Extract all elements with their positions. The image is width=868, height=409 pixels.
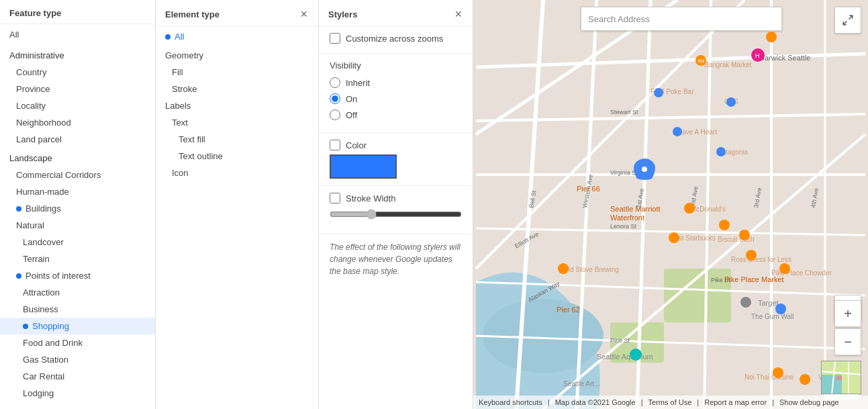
feature-item-buildings[interactable]: Buildings xyxy=(0,200,155,217)
element-item-all[interactable]: All xyxy=(156,26,318,47)
svg-text:Bangrak Market: Bangrak Market xyxy=(704,61,752,69)
inherit-radio[interactable] xyxy=(330,77,340,88)
off-label: Off xyxy=(346,110,357,120)
feature-item-gas-station[interactable]: Gas Station xyxy=(0,351,155,368)
feature-item-neighborhood[interactable]: Neighborhood xyxy=(0,114,155,131)
feature-type-panel: Feature type AllAdministrativeCountryPro… xyxy=(0,0,156,409)
feature-item-locality[interactable]: Locality xyxy=(0,97,155,114)
element-type-panel: Element type × AllGeometryFillStrokeLabe… xyxy=(156,0,319,409)
svg-point-76 xyxy=(773,367,783,378)
debug-page-link[interactable]: Show debug page xyxy=(779,398,839,406)
on-label: On xyxy=(346,94,357,104)
feature-item-lodging[interactable]: Lodging xyxy=(0,385,155,402)
map-data-link[interactable]: Map data ©2021 Google xyxy=(555,398,636,406)
element-item-stroke[interactable]: Stroke xyxy=(156,81,318,97)
svg-text:Lenora St: Lenora St xyxy=(610,223,637,230)
element-item-geometry-header[interactable]: Geometry xyxy=(156,47,318,64)
fullscreen-button[interactable] xyxy=(834,7,861,34)
element-item-fill[interactable]: Fill xyxy=(156,64,318,81)
element-item-icon[interactable]: Icon xyxy=(156,165,318,181)
off-radio[interactable] xyxy=(330,109,340,120)
svg-point-73 xyxy=(775,304,786,314)
feature-item-terrain[interactable]: Terrain xyxy=(0,251,155,267)
feature-item-country[interactable]: Country xyxy=(0,64,155,81)
element-item-text-outline[interactable]: Text outline xyxy=(156,148,318,165)
feature-item-label-human-made: Human-made xyxy=(16,187,69,197)
svg-point-63 xyxy=(716,147,726,156)
feature-item-administrative[interactable]: Administrative xyxy=(0,45,155,64)
svg-point-61 xyxy=(726,97,736,107)
element-item-labels-header[interactable]: Labels xyxy=(156,97,318,114)
element-panel-close-button[interactable]: × xyxy=(299,8,309,20)
svg-text:Old Stove Brewing: Old Stove Brewing xyxy=(563,266,619,273)
zoom-in-button[interactable]: + xyxy=(834,300,861,327)
map-zoom-controls: + − xyxy=(834,300,861,355)
element-items-list: AllGeometryFillStrokeLabelsTextText fill… xyxy=(156,26,318,181)
feature-item-label-locality: Locality xyxy=(16,101,46,111)
svg-point-72 xyxy=(779,263,790,274)
color-checkbox-row: Color xyxy=(330,140,462,150)
map-thumbnail[interactable] xyxy=(821,361,861,394)
selected-dot-shopping xyxy=(23,324,28,329)
footer-separator-2: | xyxy=(641,398,643,406)
keyboard-shortcuts-link[interactable]: Keyboard shortcuts xyxy=(479,398,542,406)
feature-item-points-of-interest[interactable]: Points of interest xyxy=(0,267,155,284)
feature-panel-title: Feature type xyxy=(0,0,155,24)
terms-of-use-link[interactable]: Terms of Use xyxy=(648,398,692,406)
svg-point-62 xyxy=(673,127,682,136)
svg-point-67 xyxy=(719,220,730,230)
feature-item-natural[interactable]: Natural xyxy=(0,217,155,234)
color-checkbox[interactable] xyxy=(330,140,340,150)
feature-item-label-shopping: Shopping xyxy=(32,321,69,331)
feature-item-label-neighborhood: Neighborhood xyxy=(16,118,71,128)
color-label: Color xyxy=(346,140,367,150)
stylers-panel: Stylers × Customize across zooms Visibil… xyxy=(319,0,473,409)
customize-zooms-checkbox[interactable] xyxy=(330,33,340,44)
map-svg: Bell St Western Ave 1st Ave 2nd Ave 3rd … xyxy=(473,0,868,409)
stroke-width-checkbox[interactable] xyxy=(330,193,340,203)
element-dot-all xyxy=(165,34,171,40)
feature-item-car-rental[interactable]: Car Rental xyxy=(0,368,155,385)
element-item-label-labels-header: Labels xyxy=(165,101,191,111)
element-item-text-fill[interactable]: Text fill xyxy=(156,131,318,148)
stroke-width-label: Stroke Width xyxy=(346,193,395,203)
svg-text:Virginia St: Virginia St xyxy=(610,169,638,176)
on-radio[interactable] xyxy=(330,93,340,104)
feature-item-label-gas-station: Gas Station xyxy=(23,355,68,365)
svg-text:Warwick Seattle: Warwick Seattle xyxy=(758,54,810,62)
feature-item-human-made[interactable]: Human-made xyxy=(0,183,155,200)
feature-item-shopping[interactable]: Shopping xyxy=(0,318,155,334)
element-item-text[interactable]: Text xyxy=(156,114,318,131)
feature-item-province[interactable]: Province xyxy=(0,81,155,97)
footer-separator-1: | xyxy=(548,398,550,406)
feature-item-all[interactable]: All xyxy=(0,24,155,45)
bullet-dot-buildings xyxy=(16,206,21,212)
map-area[interactable]: Bell St Western Ave 1st Ave 2nd Ave 3rd … xyxy=(473,0,868,409)
svg-point-68 xyxy=(669,232,679,243)
map-background: Bell St Western Ave 1st Ave 2nd Ave 3rd … xyxy=(473,0,868,409)
stroke-width-slider[interactable] xyxy=(330,209,462,220)
feature-item-landcover[interactable]: Landcover xyxy=(0,234,155,251)
stroke-width-slider-container xyxy=(330,206,462,227)
feature-item-landscape[interactable]: Landscape xyxy=(0,148,155,167)
customize-zooms-label: Customize across zooms xyxy=(346,34,443,44)
stylers-note: The effect of the following stylers will… xyxy=(330,241,462,277)
stylers-panel-close-button[interactable]: × xyxy=(453,8,463,20)
stroke-width-checkbox-row: Stroke Width xyxy=(330,193,462,203)
report-map-error-link[interactable]: Report a map error xyxy=(704,398,767,406)
feature-item-business[interactable]: Business xyxy=(0,301,155,318)
on-radio-row: On xyxy=(330,93,462,104)
feature-item-label-business: Business xyxy=(23,304,58,314)
feature-item-commercial-corridors[interactable]: Commercial Corridors xyxy=(0,167,155,183)
zoom-out-button[interactable]: − xyxy=(834,328,861,355)
feature-item-attraction[interactable]: Attraction xyxy=(0,284,155,301)
feature-item-food-and-drink[interactable]: Food and Drink xyxy=(0,334,155,351)
svg-text:Ross Dress for Less: Ross Dress for Less xyxy=(731,256,791,263)
svg-text:Pier 62: Pier 62 xyxy=(557,306,580,314)
feature-item-land-parcel[interactable]: Land parcel xyxy=(0,131,155,148)
feature-item-label-food-and-drink: Food and Drink xyxy=(23,338,83,348)
svg-text:Waterfront: Waterfront xyxy=(610,214,644,222)
color-swatch[interactable] xyxy=(330,154,397,179)
svg-point-74 xyxy=(740,297,751,308)
search-bar[interactable]: Search Address xyxy=(581,7,782,31)
